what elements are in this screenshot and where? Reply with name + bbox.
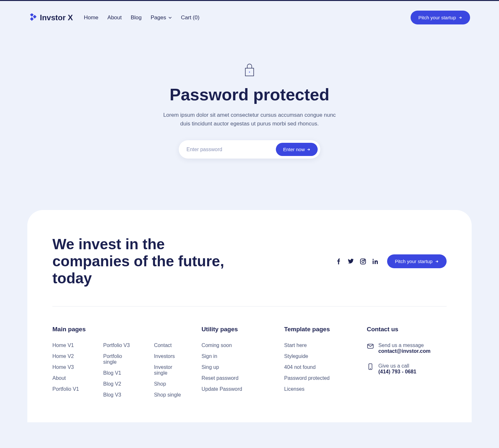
col-title: Contact us [367,326,447,333]
list-item[interactable]: Home V3 [52,364,84,370]
linkedin-icon[interactable] [372,259,378,264]
contact-email-value: contact@invstor.com [378,348,431,354]
enter-button-label: Enter now [283,147,305,152]
col-title: Utility pages [202,326,268,333]
footer-pitch-button[interactable]: Pitch your startup [387,254,447,268]
svg-rect-0 [30,14,33,17]
logo-icon [29,14,37,22]
page-description: Lorem ipsum dolor sit amet consectetur c… [159,111,340,128]
list-item[interactable]: Sing up [202,364,268,370]
pitch-button[interactable]: Pitch your startup [411,11,470,24]
col-main-pages: Main pages Home V1 Home V2 Home V3 About… [52,326,186,403]
facebook-icon[interactable] [336,259,341,264]
list-item[interactable]: Licenses [284,386,351,392]
list-item[interactable]: Shop [154,381,186,387]
nav-about[interactable]: About [107,14,122,21]
list-item[interactable]: Password protected [284,375,351,381]
password-input[interactable] [186,147,276,152]
contact-email[interactable]: Send us a message contact@invstor.com [367,343,447,354]
list-item[interactable]: Blog V2 [103,381,135,387]
nav-pages-label: Pages [151,14,166,21]
svg-rect-2 [30,17,33,21]
logo[interactable]: Invstor X [29,13,73,22]
password-form: Enter now [179,140,320,159]
arrow-right-icon [458,16,462,20]
list-item[interactable]: About [52,375,84,381]
contact-label: Give us a call [378,363,416,369]
nav-pages[interactable]: Pages [151,14,172,21]
enter-button[interactable]: Enter now [276,143,318,156]
list-item[interactable]: Coming soon [202,343,268,348]
footer-pitch-label: Pitch your startup [395,259,432,264]
list-item[interactable]: Portfolio V1 [52,386,84,392]
hero: Password protected Lorem ipsum dolor sit… [0,34,499,210]
svg-point-6 [362,260,364,262]
svg-point-12 [370,369,370,369]
list-item[interactable]: Home V1 [52,343,84,348]
header: Invstor X Home About Blog Pages Cart (0)… [0,1,499,34]
list-item[interactable]: Start here [284,343,351,348]
arrow-right-icon [435,260,439,263]
list-item[interactable]: Shop single [154,392,186,398]
lock-icon [243,63,256,78]
col-title: Template pages [284,326,351,333]
page-title: Password protected [0,85,499,104]
list-item[interactable]: Blog V1 [103,370,135,376]
twitter-icon[interactable] [348,259,354,264]
phone-icon [367,363,374,370]
nav-home[interactable]: Home [84,14,98,21]
svg-point-7 [364,260,365,260]
list-item[interactable]: Portfolio single [103,353,135,365]
social-links [336,259,378,264]
contact-phone-value: (414) 793 - 0681 [378,369,416,375]
svg-point-4 [249,72,250,73]
logo-text: Invstor X [40,13,73,22]
list-item[interactable]: Reset password [202,375,268,381]
list-item[interactable]: Investor single [154,364,186,376]
list-item[interactable]: 404 not found [284,364,351,370]
list-item[interactable]: Blog V3 [103,392,135,398]
list-item[interactable]: Contact [154,343,186,348]
contact-label: Send us a message [378,343,431,348]
list-item[interactable]: Home V2 [52,353,84,359]
nav: Home About Blog Pages Cart (0) [84,14,200,21]
footer: We invest in the companies of the future… [27,210,472,422]
list-item[interactable]: Portfolio V3 [103,343,135,348]
svg-rect-1 [33,15,36,18]
mail-icon [367,343,374,350]
svg-point-9 [373,259,374,260]
list-item[interactable]: Update Password [202,386,268,392]
footer-heading: We invest in the companies of the future… [52,236,245,287]
pitch-button-label: Pitch your startup [418,15,456,20]
nav-cart[interactable]: Cart (0) [181,14,200,21]
list-item[interactable]: Sign in [202,353,268,359]
col-title: Main pages [52,326,186,333]
col-utility-pages: Utility pages Coming soon Sign in Sing u… [202,326,268,403]
nav-blog[interactable]: Blog [131,14,142,21]
chevron-down-icon [168,16,172,20]
col-contact: Contact us Send us a message contact@inv… [367,326,447,403]
contact-phone[interactable]: Give us a call (414) 793 - 0681 [367,363,447,375]
instagram-icon[interactable] [360,259,366,264]
footer-top: We invest in the companies of the future… [52,236,447,306]
footer-top-right: Pitch your startup [336,254,447,268]
col-template-pages: Template pages Start here Styleguide 404… [284,326,351,403]
arrow-right-icon [307,148,311,151]
list-item[interactable]: Styleguide [284,353,351,359]
svg-rect-8 [373,261,374,264]
footer-columns: Main pages Home V1 Home V2 Home V3 About… [52,326,447,403]
list-item[interactable]: Investors [154,353,186,359]
